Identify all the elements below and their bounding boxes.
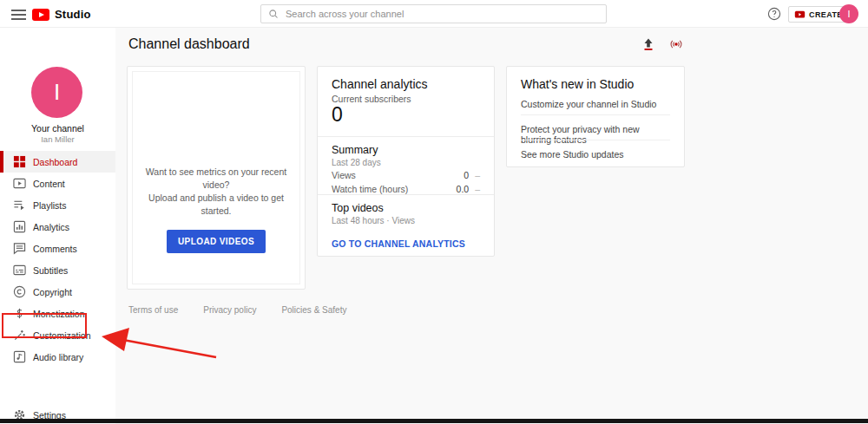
dashboard-icon — [13, 155, 26, 168]
channel-analytics-card: Channel analytics Current subscribers 0 … — [317, 66, 495, 257]
comments-icon — [13, 242, 26, 255]
channel-name: Ian Miller — [0, 134, 115, 144]
summary-title: Summary — [332, 144, 378, 156]
current-subscribers-label: Current subscribers — [332, 94, 411, 104]
sidebar: I Your channel Ian Miller Dashboard Cont… — [0, 28, 115, 424]
divider — [521, 114, 670, 115]
views-trend: – — [475, 170, 480, 180]
watch-time-trend: – — [475, 184, 480, 194]
go-live-icon[interactable] — [669, 37, 683, 51]
create-video-icon — [794, 9, 806, 20]
footer-links: Terms of use Privacy policy Policies & S… — [128, 305, 346, 315]
policies-safety-link[interactable]: Policies & Safety — [281, 305, 346, 315]
channel-label: Your channel — [0, 123, 115, 134]
divider — [521, 140, 670, 140]
sidebar-item-label: Playlists — [33, 200, 67, 211]
watch-time-label: Watch time (hours) — [332, 184, 408, 194]
main-content: Channel dashboard Want to see metrics on… — [115, 28, 868, 424]
sidebar-item-customization[interactable]: Customization — [0, 324, 115, 346]
sidebar-item-subtitles[interactable]: Subtitles — [0, 259, 115, 281]
sidebar-item-comments[interactable]: Comments — [0, 238, 115, 259]
top-videos-period: Last 48 hours · Views — [332, 216, 415, 225]
bottom-bar — [0, 419, 868, 423]
sidebar-item-audio-library[interactable]: Audio library — [0, 346, 115, 368]
analytics-card-title: Channel analytics — [332, 77, 428, 91]
sidebar-item-label: Monetization — [33, 309, 85, 319]
whats-new-item[interactable]: See more Studio updates — [521, 149, 670, 160]
copyright-icon — [13, 285, 26, 298]
upload-videos-button[interactable]: UPLOAD VIDEOS — [167, 230, 266, 253]
sidebar-item-copyright[interactable]: Copyright — [0, 281, 115, 303]
menu-icon[interactable] — [11, 10, 26, 23]
monetization-icon — [13, 307, 26, 320]
sidebar-item-label: Comments — [33, 244, 77, 254]
upload-icon[interactable] — [641, 37, 655, 51]
sidebar-item-label: Subtitles — [33, 265, 68, 276]
terms-of-use-link[interactable]: Terms of use — [128, 305, 178, 315]
top-bar: Studio CREATE I — [0, 0, 868, 28]
sidebar-item-analytics[interactable]: Analytics — [0, 216, 115, 238]
youtube-play-icon — [32, 9, 49, 21]
sidebar-item-label: Audio library — [33, 352, 83, 362]
sidebar-item-monetization[interactable]: Monetization — [0, 303, 115, 324]
upload-prompt-line1: Want to see metrics on your recent video… — [133, 166, 299, 192]
search-input[interactable] — [286, 9, 599, 19]
youtube-studio-logo[interactable]: Studio — [32, 8, 91, 21]
dashboard-cards: Want to see metrics on your recent video… — [127, 66, 685, 290]
analytics-icon — [13, 220, 26, 233]
create-button-label: CREATE — [809, 10, 843, 19]
top-videos-title: Top videos — [332, 202, 384, 214]
whats-new-item[interactable]: Protect your privacy with new blurring f… — [521, 124, 670, 145]
go-to-channel-analytics-link[interactable]: GO TO CHANNEL ANALYTICS — [332, 238, 465, 249]
views-value: 0 — [464, 170, 469, 180]
sidebar-item-playlists[interactable]: Playlists — [0, 194, 115, 216]
sidebar-item-label: Customization — [33, 330, 91, 341]
audio-library-icon — [13, 350, 26, 363]
sidebar-item-label: Content — [33, 179, 65, 189]
divider — [318, 136, 494, 137]
account-avatar[interactable]: I — [839, 4, 858, 23]
customization-icon — [13, 329, 26, 342]
views-row: Views 0– — [332, 170, 480, 180]
summary-period: Last 28 days — [332, 158, 381, 167]
privacy-policy-link[interactable]: Privacy policy — [203, 305, 256, 315]
views-label: Views — [332, 170, 356, 180]
upload-prompt-line2: Upload and publish a video to get starte… — [133, 192, 299, 218]
sidebar-item-label: Dashboard — [33, 157, 77, 167]
search-box[interactable] — [260, 4, 607, 23]
sidebar-nav: Dashboard Content Playlists Analytics Co… — [0, 151, 115, 368]
search-icon — [268, 9, 279, 19]
watch-time-row: Watch time (hours) 0.0– — [332, 184, 480, 194]
whats-new-item[interactable]: Customize your channel in Studio — [521, 99, 670, 109]
divider — [318, 194, 494, 195]
whats-new-card: What's new in Studio Customize your chan… — [506, 66, 685, 167]
whats-new-title: What's new in Studio — [521, 77, 634, 91]
sidebar-item-dashboard[interactable]: Dashboard — [0, 151, 115, 173]
brand-text: Studio — [55, 8, 91, 21]
watch-time-value: 0.0 — [457, 184, 470, 194]
subtitles-icon — [13, 264, 26, 277]
playlists-icon — [13, 199, 26, 212]
upload-video-card: Want to see metrics on your recent video… — [127, 66, 306, 290]
page-title: Channel dashboard — [128, 36, 250, 52]
upload-video-card-inner: Want to see metrics on your recent video… — [132, 71, 300, 284]
sidebar-item-label: Copyright — [33, 287, 72, 297]
channel-avatar[interactable]: I — [31, 67, 82, 118]
help-icon[interactable] — [767, 7, 781, 21]
current-subscribers-value: 0 — [332, 103, 343, 127]
sidebar-item-content[interactable]: Content — [0, 173, 115, 194]
sidebar-item-label: Analytics — [33, 222, 69, 232]
content-icon — [13, 177, 26, 190]
